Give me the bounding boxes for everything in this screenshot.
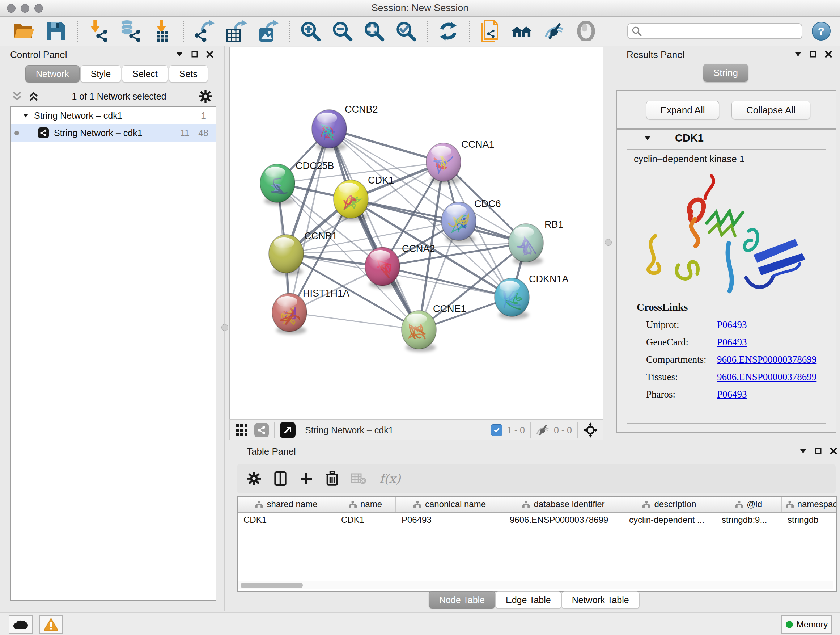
function-builder-icon[interactable]: f(x) — [379, 471, 401, 486]
collapse-all-button[interactable]: Collapse All — [731, 101, 810, 119]
close-panel-icon[interactable] — [825, 51, 832, 58]
float-panel-icon[interactable] — [815, 448, 822, 455]
sitemap-icon — [735, 501, 743, 508]
string-import-button[interactable] — [477, 19, 505, 43]
network-node-CDC6[interactable] — [441, 202, 476, 241]
delete-table-icon[interactable] — [351, 473, 366, 485]
tab-node-table[interactable]: Node Table — [429, 591, 495, 608]
network-node-RB1[interactable] — [508, 224, 543, 262]
network-row-selected[interactable]: String Network – cdk1 11 48 — [11, 124, 216, 141]
table-row[interactable]: CDK1CDK1P064939606.ENSP00000378699cyclin… — [238, 513, 836, 528]
collapse-panel-icon[interactable] — [794, 51, 802, 58]
import-table-file-button[interactable] — [148, 19, 176, 43]
crosslink-link[interactable]: 9606.ENSP00000378699 — [717, 371, 816, 383]
expand-all-button[interactable]: Expand All — [646, 101, 719, 119]
float-panel-icon[interactable] — [810, 51, 817, 58]
node-table[interactable]: shared namenamecanonical namedatabase id… — [237, 496, 837, 592]
zoom-in-button[interactable] — [296, 19, 325, 43]
tab-select[interactable]: Select — [122, 65, 168, 82]
tab-string[interactable]: String — [703, 64, 748, 82]
import-network-database-button[interactable] — [116, 19, 144, 43]
tab-network[interactable]: Network — [25, 65, 80, 82]
crosslink-link[interactable]: P06493 — [717, 319, 747, 331]
column-header-name[interactable]: name — [335, 497, 396, 512]
open-session-button[interactable] — [10, 19, 38, 43]
string-hide-glass-button[interactable] — [540, 19, 568, 43]
column-header-canonical-name[interactable]: canonical name — [396, 497, 504, 512]
tab-sets[interactable]: Sets — [169, 65, 208, 82]
string-eye-button[interactable] — [572, 19, 600, 43]
network-canvas[interactable]: CCNB2CCNA1CDC25BCDK1CDC6RB1CCNB1CCNA2CDK… — [229, 47, 603, 420]
float-panel-icon[interactable] — [191, 51, 198, 58]
refresh-view-button[interactable] — [434, 19, 462, 43]
network-options-gear-icon[interactable] — [199, 90, 212, 103]
network-node-count: 11 — [180, 128, 189, 138]
export-image-button[interactable] — [254, 19, 282, 43]
node-label-CDKN1A: CDKN1A — [529, 274, 569, 285]
search-box[interactable] — [627, 23, 802, 39]
show-columns-icon[interactable] — [274, 471, 287, 486]
column-header-namespac[interactable]: namespac — [782, 497, 837, 512]
column-header-@id[interactable]: @id — [716, 497, 782, 512]
network-overview-icon[interactable] — [254, 423, 269, 437]
collapse-panel-icon[interactable] — [176, 51, 183, 58]
birdseye-grid-icon[interactable] — [235, 424, 248, 436]
network-collection-row[interactable]: String Network – cdk1 1 — [11, 107, 216, 124]
pan-crosshair-icon[interactable] — [583, 423, 598, 438]
network-node-CCNA2[interactable] — [365, 247, 400, 286]
column-header-description[interactable]: description — [623, 497, 716, 512]
network-node-CCNE1[interactable] — [401, 310, 436, 349]
collapse-all-networks-icon[interactable] — [11, 91, 22, 102]
tab-edge-table[interactable]: Edge Table — [495, 591, 561, 608]
network-node-CCNA1[interactable] — [426, 143, 461, 181]
network-node-CDKN1A[interactable] — [494, 278, 529, 317]
network-node-CCNB1[interactable] — [269, 234, 303, 273]
crosslink-link[interactable]: P06493 — [717, 389, 747, 400]
table-horizontal-scrollbar[interactable] — [238, 581, 834, 589]
node-label-CDC6: CDC6 — [474, 198, 501, 209]
network-node-HIST1H1A[interactable] — [272, 293, 307, 332]
search-input[interactable] — [642, 26, 788, 36]
zoom-out-button[interactable] — [328, 19, 356, 43]
gene-section-header[interactable]: CDK1 — [617, 130, 836, 146]
zoom-fit-button[interactable] — [360, 19, 388, 43]
expand-all-networks-icon[interactable] — [28, 91, 39, 102]
section-collapse-icon[interactable] — [644, 134, 651, 141]
scrollbar-thumb[interactable] — [240, 583, 303, 588]
network-node-CCNB2[interactable] — [312, 110, 347, 148]
tab-network-table[interactable]: Network Table — [561, 591, 639, 608]
selected-nodes-checkbox[interactable] — [491, 424, 502, 436]
export-table-button[interactable] — [222, 19, 250, 43]
close-panel-icon[interactable] — [830, 448, 837, 455]
table-options-gear-icon[interactable] — [247, 472, 261, 486]
detach-view-icon[interactable] — [279, 422, 295, 438]
right-splitter-handle[interactable] — [605, 239, 612, 246]
network-node-CDK1[interactable] — [333, 180, 368, 218]
hidden-items-icon — [536, 424, 549, 436]
export-network-button[interactable] — [190, 19, 218, 43]
delete-column-trash-icon[interactable] — [326, 471, 338, 486]
tree-expand-icon[interactable] — [22, 112, 29, 119]
network-node-CDC25B[interactable] — [260, 164, 295, 203]
help-button[interactable]: ? — [812, 22, 831, 41]
network-selection-status-row: 1 of 1 Network selected — [7, 88, 217, 105]
table-cell: CDK1 — [335, 513, 396, 528]
crosslink-link[interactable]: P06493 — [717, 337, 747, 348]
cloud-status-button[interactable] — [9, 616, 33, 633]
string-home-button[interactable] — [508, 19, 537, 43]
column-header-database-identifier[interactable]: database identifier — [504, 497, 623, 512]
memory-button[interactable]: Memory — [782, 616, 832, 633]
collapse-panel-icon[interactable] — [799, 448, 807, 455]
crosslink-label: Compartments: — [637, 354, 717, 365]
close-panel-icon[interactable] — [206, 51, 213, 58]
column-header-shared-name[interactable]: shared name — [238, 497, 335, 512]
import-network-file-button[interactable] — [84, 19, 112, 43]
table-panel: Table Panel f(x) shared namenamecanonica… — [225, 440, 840, 611]
save-session-button[interactable] — [42, 19, 70, 43]
left-splitter-handle[interactable] — [221, 324, 228, 331]
warnings-button[interactable] — [39, 616, 63, 633]
zoom-selected-button[interactable] — [392, 19, 420, 43]
create-column-plus-icon[interactable] — [300, 472, 313, 485]
crosslink-link[interactable]: 9606.ENSP00000378699 — [717, 354, 816, 365]
tab-style[interactable]: Style — [80, 65, 122, 82]
